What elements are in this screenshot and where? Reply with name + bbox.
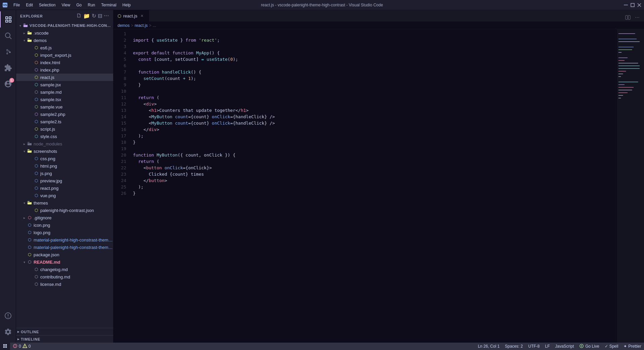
tree-item-indexphp[interactable]: ▸ ⬡ index.php — [16, 66, 113, 74]
more-actions-icon[interactable]: ··· — [104, 13, 109, 19]
split-editor-button[interactable] — [624, 13, 632, 21]
status-errors[interactable]: 0 0 — [10, 343, 33, 350]
tree-item-nodemodules[interactable]: ▸ node_modules — [16, 140, 113, 147]
breadcrumb-demos[interactable]: demos — [118, 23, 130, 28]
new-file-icon[interactable]: 🗋 — [76, 13, 82, 19]
tree-item-material2[interactable]: ▸ ⬡ material-palenight-high-constrast-th… — [16, 244, 113, 251]
tree-item-vuepng[interactable]: ▸ ⬡ vue.png — [16, 192, 113, 199]
tree-item-samplemd[interactable]: ▸ ⬡ sample.md — [16, 88, 113, 96]
status-encoding[interactable]: UTF-8 — [525, 343, 542, 350]
activity-search[interactable] — [0, 28, 16, 44]
tree-item-previewjpg[interactable]: ▸ ⬡ preview.jpg — [16, 177, 113, 184]
tree-item-samplevue[interactable]: ▸ ⬡ sample.vue — [16, 103, 113, 111]
more-tabs-button[interactable]: ··· — [633, 13, 641, 21]
tree-item-licensemd[interactable]: ▸ ⬡ license.md — [16, 280, 113, 288]
tree-item-es6js[interactable]: ▸ ⬡ es6.js — [16, 44, 113, 51]
tree-item-screenshots[interactable]: ▾ screenshots — [16, 147, 113, 155]
logopng-label: logo.png — [34, 230, 50, 235]
tree-item-sampletsx[interactable]: ▸ ⬡ sample.tsx — [16, 96, 113, 103]
tree-item-contributingmd[interactable]: ▸ ⬡ contributing.md — [16, 273, 113, 280]
menu-terminal[interactable]: Terminal — [98, 2, 119, 8]
status-remote[interactable] — [0, 343, 10, 350]
tree-item-changelogmd[interactable]: ▸ ⬡ changelog.md — [16, 266, 113, 273]
activity-accounts[interactable]: 1 — [0, 76, 16, 92]
tree-item-reactpng[interactable]: ▸ ⬡ react.png — [16, 184, 113, 192]
tree-item-packagejson[interactable]: ▸ ⬡ package.json — [16, 251, 113, 258]
menu-file[interactable]: File — [11, 2, 22, 8]
refresh-icon[interactable]: ↻ — [92, 13, 96, 19]
timeline-header[interactable]: ▸ TIMELINE — [16, 335, 113, 343]
menu-go[interactable]: Go — [74, 2, 84, 8]
code-line-10 — [133, 88, 617, 94]
tree-item-sample2php[interactable]: ▸ ⬡ sample2.php — [16, 111, 113, 118]
tree-item-vscode[interactable]: ▸ .vscode — [16, 29, 113, 37]
screenshots-label: screenshots — [34, 149, 57, 154]
code-content[interactable]: import { useState } from 'react'; export… — [130, 29, 617, 343]
line-numbers: 1 2 3 4 5 6 7 8 9 10 11 12 13 14 15 16 1… — [113, 29, 130, 343]
tree-item-iconpng[interactable]: ▸ ⬡ icon.png — [16, 221, 113, 229]
code-line-19 — [133, 145, 617, 152]
gitignore-label: .gitignore — [34, 215, 51, 220]
menu-selection[interactable]: Selection — [36, 2, 58, 8]
tree-item-htmlpng[interactable]: ▸ ⬡ html.png — [16, 162, 113, 170]
activity-source-control[interactable] — [0, 44, 16, 60]
tree-item-logopng[interactable]: ▸ ⬡ logo.png — [16, 229, 113, 236]
tree-item-scriptjs[interactable]: ▸ ⬡ script.js — [16, 125, 113, 133]
svg-line-7 — [9, 37, 11, 39]
new-folder-icon[interactable]: 📁 — [83, 13, 90, 19]
tree-item-sample2ts[interactable]: ▸ ⬡ sample2.ts — [16, 118, 113, 125]
status-position[interactable]: Ln 26, Col 1 — [475, 343, 502, 350]
maximize-button[interactable] — [631, 3, 635, 7]
status-eol[interactable]: LF — [542, 343, 552, 350]
jspng-icon: ⬡ — [34, 171, 39, 176]
tree-item-jspng[interactable]: ▸ ⬡ js.png — [16, 170, 113, 177]
tree-item-reactjs[interactable]: ▸ ⬡ react.js — [16, 74, 113, 81]
tree-item-csspng[interactable]: ▸ ⬡ css.png — [16, 155, 113, 162]
material2-label: material-palenight-high-constrast-theme-… — [34, 245, 113, 250]
tab-reactjs[interactable]: ⬡ react.js × — [113, 10, 149, 21]
tree-item-readme[interactable]: ▾ ⬡ README.md — [16, 258, 113, 266]
breadcrumb-more[interactable]: ... — [153, 23, 156, 28]
status-golive[interactable]: Go Live — [577, 343, 602, 350]
menu-view[interactable]: View — [59, 2, 73, 8]
minimize-button[interactable] — [624, 3, 628, 7]
tree-item-samplejsx[interactable]: ▸ ⬡ sample.jsx — [16, 81, 113, 88]
tree-item-gitignore[interactable]: ▸ ⬡ .gitignore — [16, 214, 113, 221]
titlebar: VS File Edit Selection View Go Run Termi… — [0, 0, 644, 10]
outline-header[interactable]: ▸ OUTLINE — [16, 328, 113, 335]
tree-item-themes[interactable]: ▾ themes — [16, 199, 113, 207]
tree-item-demos[interactable]: ▾ demos — [16, 37, 113, 44]
activity-extensions[interactable] — [0, 60, 16, 76]
tree-item-stylecss[interactable]: ▸ ⬡ style.css — [16, 133, 113, 140]
activity-explorer[interactable] — [0, 11, 16, 28]
window-title: react.js - vscode-palenight-theme-high-c… — [261, 3, 383, 7]
activity-remote[interactable] — [0, 308, 16, 324]
tree-root[interactable]: ▾ VSCODE-PALENIGHT-THEME-HIGH-CONTRAST — [16, 22, 113, 29]
sampletsx-icon: ⬡ — [34, 97, 39, 102]
tab-actions: ··· — [621, 13, 644, 21]
menu-edit[interactable]: Edit — [23, 2, 36, 8]
tree-item-importexport[interactable]: ▸ ⬡ import_export.js — [16, 51, 113, 59]
gitignore-icon: ⬡ — [27, 215, 32, 220]
sample2ts-icon: ⬡ — [34, 119, 39, 124]
activity-settings[interactable] — [0, 324, 16, 340]
menu-help[interactable]: Help — [120, 2, 134, 8]
status-prettier[interactable]: ✦ Prettier — [621, 343, 644, 350]
samplevue-icon: ⬡ — [34, 104, 39, 110]
code-line-1 — [133, 31, 617, 37]
code-line-22: <button onClick={onClick}> — [133, 165, 617, 171]
status-language[interactable]: JavaScript — [552, 343, 577, 350]
tree-item-material1[interactable]: ▸ ⬡ material-palenight-high-constrast-th… — [16, 236, 113, 244]
breadcrumb-file[interactable]: react.js — [135, 23, 148, 28]
code-line-16: </div> — [133, 126, 617, 133]
encoding-text: UTF-8 — [528, 344, 540, 349]
menu-run[interactable]: Run — [85, 2, 98, 8]
tab-close[interactable]: × — [139, 13, 145, 18]
tree-item-palenighjson[interactable]: ▸ ⬡ palenight-high-contrast.json — [16, 207, 113, 214]
status-spaces[interactable]: Spaces: 2 — [502, 343, 525, 350]
vscode-arrow: ▸ — [21, 30, 27, 36]
collapse-icon[interactable]: ⊟ — [98, 13, 102, 19]
tree-item-indexhtml[interactable]: ▸ ⬡ index.html — [16, 59, 113, 66]
status-spell[interactable]: ✓ Spell — [602, 343, 621, 350]
close-button[interactable] — [637, 3, 641, 7]
